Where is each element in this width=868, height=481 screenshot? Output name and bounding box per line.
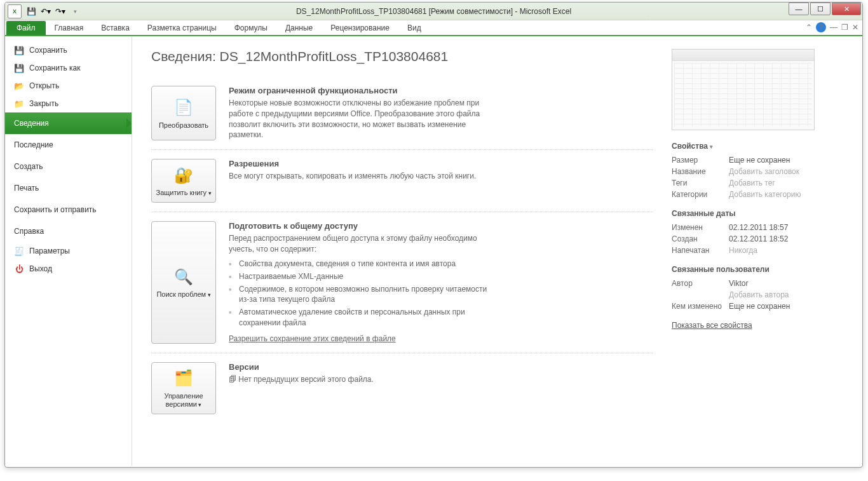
properties-dropdown[interactable]: Свойства (672, 142, 850, 151)
sidebar-item-label: Сведения (14, 119, 49, 128)
add-tag-field[interactable]: Добавить тег (729, 179, 775, 187)
page-title: Сведения: DS_12MonthProfitLoss_TP1038046… (151, 49, 653, 64)
document-thumbnail[interactable] (672, 49, 815, 130)
title-bar: X 💾 ↶▾ ↷▾ ▾ DS_12MonthProfitLoss_TP10380… (5, 3, 862, 20)
prop-row: ТегиДобавить тег (672, 177, 850, 189)
save-icon[interactable]: 💾 (25, 5, 37, 18)
close-button[interactable]: ✕ (832, 3, 861, 15)
doc-close-icon[interactable]: ✕ (852, 23, 858, 32)
tab-layout[interactable]: Разметка страницы (139, 21, 226, 35)
button-label: Управление версиями (154, 392, 213, 409)
sidebar-options[interactable]: 🧾Параметры (5, 242, 132, 260)
add-category-field[interactable]: Добавить категорию (729, 190, 801, 199)
add-author-field[interactable]: Добавить автора (729, 290, 789, 299)
tab-review[interactable]: Рецензирование (322, 21, 398, 35)
ribbon-tabs: Файл Главная Вставка Разметка страницы Ф… (5, 20, 862, 36)
sidebar-item-label: Параметры (29, 247, 70, 255)
tab-formulas[interactable]: Формулы (226, 21, 276, 35)
sidebar-recent[interactable]: Последние (5, 134, 132, 156)
button-label: Поиск проблем (156, 290, 210, 299)
sidebar-save-send[interactable]: Сохранить и отправить (5, 199, 132, 220)
sidebar-item-label: Сохранить и отправить (14, 205, 97, 214)
sidebar-info[interactable]: Сведения (5, 112, 132, 134)
button-label: Преобразовать (159, 121, 208, 130)
section-permissions: 🔐 Защитить книгу Разрешения Все могут от… (151, 150, 653, 212)
sidebar-save[interactable]: 💾Сохранить (5, 41, 132, 59)
allow-save-link[interactable]: Разрешить сохранение этих сведений в фай… (229, 334, 396, 343)
inspect-icon: 🔍 (173, 266, 194, 288)
sidebar-item-label: Печать (14, 184, 39, 193)
file-tab[interactable]: Файл (6, 21, 46, 35)
sidebar-print[interactable]: Печать (5, 177, 132, 199)
exit-icon: ⏻ (14, 264, 24, 274)
section-compat: 📄 Преобразовать Режим ограниченной функц… (151, 77, 653, 150)
add-title-field[interactable]: Добавить заголовок (729, 167, 799, 176)
sidebar-item-label: Сохранить как (29, 64, 80, 72)
convert-button[interactable]: 📄 Преобразовать (151, 86, 216, 140)
lock-icon: 🔐 (173, 165, 194, 186)
help-icon[interactable]: ? (816, 22, 826, 32)
window-title: DS_12MonthProfitLoss_TP103804681 [Режим … (296, 7, 571, 16)
qat-customize-icon[interactable]: ▾ (69, 5, 81, 18)
quick-access-toolbar: X 💾 ↶▾ ↷▾ ▾ (5, 4, 84, 18)
options-icon: 🧾 (14, 246, 24, 256)
sidebar-item-label: Последние (14, 140, 53, 149)
maximize-button[interactable]: ☐ (810, 3, 831, 15)
prop-row: Изменен02.12.2011 18:57 (672, 222, 850, 233)
section-body: Перед распространением общего доступа к … (229, 233, 496, 255)
protect-button[interactable]: 🔐 Защитить книгу (151, 159, 216, 203)
prop-row: Добавить автора (672, 289, 850, 301)
share-items-list: Свойства документа, сведения о типе конт… (229, 259, 496, 329)
prop-row: Кем измененоЕще не сохранен (672, 301, 850, 312)
ribbon-minimize-icon[interactable]: ⌃ (806, 23, 812, 32)
undo-icon[interactable]: ↶▾ (39, 5, 52, 18)
users-heading: Связанные пользователи (672, 265, 850, 274)
saveas-icon: 💾 (14, 63, 24, 73)
section-heading: Режим ограниченной функциональности (229, 86, 496, 95)
section-body: Некоторые новые возможности отключены во… (229, 98, 496, 140)
sidebar-item-label: Выход (29, 264, 52, 273)
folder-open-icon: 📂 (14, 81, 24, 91)
check-issues-button[interactable]: 🔍 Поиск проблем (151, 221, 216, 343)
section-heading: Версии (229, 362, 496, 372)
sidebar-exit[interactable]: ⏻Выход (5, 260, 132, 278)
prop-row: АвторViktor (672, 278, 850, 289)
excel-app-icon[interactable]: X (8, 4, 22, 18)
sidebar-item-label: Сохранить (29, 46, 67, 55)
list-item: Настраиваемые XML-данные (229, 271, 496, 282)
prop-row: НапечатанНикогда (672, 245, 850, 256)
sidebar-new[interactable]: Создать (5, 156, 132, 177)
redo-icon[interactable]: ↷▾ (54, 5, 67, 18)
tab-view[interactable]: Вид (398, 21, 430, 35)
button-label: Защитить книгу (156, 189, 211, 197)
folder-close-icon: 📁 (14, 98, 24, 109)
list-item: Свойства документа, сведения о типе конт… (229, 259, 496, 269)
sidebar-item-label: Закрыть (29, 99, 58, 108)
section-versions: 🗂️ Управление версиями Версии 🗐 Нет пред… (151, 353, 653, 423)
sidebar-close[interactable]: 📁Закрыть (5, 95, 132, 112)
backstage-main: Сведения: DS_12MonthProfitLoss_TP1038046… (132, 36, 672, 466)
section-heading: Подготовить к общему доступу (229, 221, 496, 231)
doc-restore-icon[interactable]: ❐ (841, 23, 848, 32)
sidebar-open[interactable]: 📂Открыть (5, 77, 132, 95)
sidebar-help[interactable]: Справка (5, 220, 132, 242)
manage-versions-button[interactable]: 🗂️ Управление версиями (151, 362, 216, 414)
prop-row: РазмерЕще не сохранен (672, 154, 850, 166)
doc-minimize-icon[interactable]: — (830, 23, 837, 32)
tab-insert[interactable]: Вставка (92, 21, 139, 35)
minimize-button[interactable]: — (789, 3, 809, 15)
section-share: 🔍 Поиск проблем Подготовить к общему дос… (151, 212, 653, 353)
sidebar-saveas[interactable]: 💾Сохранить как (5, 59, 132, 77)
convert-icon: 📄 (173, 97, 194, 119)
window-controls: — ☐ ✕ (789, 3, 862, 15)
tab-data[interactable]: Данные (276, 21, 322, 35)
prop-row: НазваниеДобавить заголовок (672, 166, 850, 177)
app-window: X 💾 ↶▾ ↷▾ ▾ DS_12MonthProfitLoss_TP10380… (4, 2, 863, 468)
list-item: Автоматическое удаление свойств и персон… (229, 307, 496, 329)
show-all-props-link[interactable]: Показать все свойства (672, 321, 850, 330)
ribbon-right-controls: ⌃ ? — ❐ ✕ (806, 22, 858, 32)
versions-icon: 🗂️ (173, 368, 194, 390)
section-heading: Разрешения (229, 159, 496, 168)
backstage-sidebar: 💾Сохранить 💾Сохранить как 📂Открыть 📁Закр… (5, 36, 132, 466)
tab-home[interactable]: Главная (46, 21, 93, 35)
